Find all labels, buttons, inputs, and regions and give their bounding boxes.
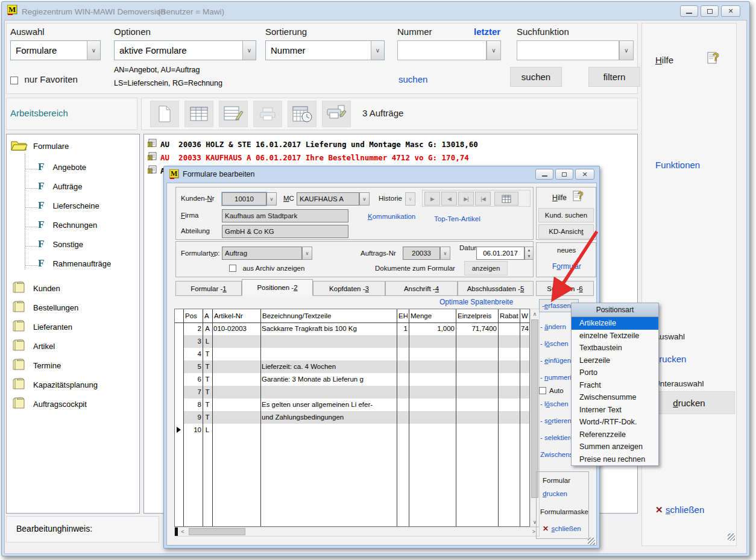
- auto-checkbox[interactable]: Auto: [539, 387, 564, 394]
- abteilung-field[interactable]: GmbH & Co KG: [222, 225, 348, 238]
- menu-item[interactable]: Preise neu rechnen: [572, 453, 658, 466]
- table-cell[interactable]: 8: [184, 398, 201, 411]
- firma-field[interactable]: Kaufhaus am Stadtpark: [222, 209, 348, 222]
- sortierung-select[interactable]: Nummer ∨: [265, 40, 385, 60]
- restore-button[interactable]: [701, 5, 719, 17]
- checkbox-icon[interactable]: [10, 77, 18, 84]
- suchfunktion-input[interactable]: [517, 40, 619, 60]
- table-cell[interactable]: T: [204, 348, 211, 360]
- tree-folder-4[interactable]: Termine: [11, 358, 61, 373]
- tab-1[interactable]: Positionen - 2: [242, 279, 313, 296]
- dialog-minimize-button[interactable]: [535, 169, 553, 180]
- action-link[interactable]: - löschen: [540, 340, 569, 347]
- spinner-down-icon[interactable]: ▼: [528, 254, 531, 258]
- mc-dropdown[interactable]: ∨: [359, 192, 370, 206]
- tree-folder-6[interactable]: Auftragscockpit: [11, 397, 87, 412]
- datum-field[interactable]: 06.01.2017: [476, 247, 524, 260]
- formulartyp-select[interactable]: Auftrag: [222, 247, 302, 260]
- tab-2[interactable]: Kopfdaten - 3: [313, 281, 385, 296]
- table-cell[interactable]: Sackkarre Tragkraft bis 100 Kg: [262, 322, 395, 335]
- menu-item[interactable]: Porto: [572, 367, 658, 379]
- nummer-dropdown-button[interactable]: ∨: [487, 40, 501, 60]
- menu-item[interactable]: Interner Text: [572, 404, 658, 417]
- tree-item-4[interactable]: FSonstige: [38, 238, 83, 250]
- menu-item[interactable]: Wortd-/RTF-Dok.: [572, 416, 658, 429]
- optionen-select[interactable]: aktive Formulare ∨: [114, 40, 256, 60]
- table-cell[interactable]: T: [204, 411, 211, 424]
- table-cell[interactable]: L: [204, 335, 211, 348]
- anzeigen-button[interactable]: anzeigen: [464, 261, 508, 275]
- table-cell[interactable]: A: [204, 322, 211, 335]
- hscroll-thumb[interactable]: [189, 528, 245, 535]
- mc-field[interactable]: KAUFHAUS A: [297, 192, 359, 206]
- new-document-button[interactable]: [150, 101, 179, 127]
- table-cell[interactable]: und Zahlungsbedingungen: [262, 411, 395, 424]
- suchfunktion-dropdown-button[interactable]: ∨: [619, 40, 634, 60]
- table-cell[interactable]: L: [204, 424, 211, 436]
- resize-grip[interactable]: [728, 533, 735, 541]
- auswahl-select[interactable]: Formulare ∨: [10, 40, 101, 60]
- nummer-input[interactable]: [397, 40, 487, 60]
- menu-item[interactable]: Leerzeile: [572, 354, 658, 367]
- tree-item-5[interactable]: FRahmenaufträge: [38, 257, 111, 269]
- chevron-down-icon[interactable]: ∨: [371, 41, 384, 60]
- nur-favoriten-checkbox[interactable]: nur Favoriten: [10, 74, 78, 87]
- table-cell[interactable]: 10: [184, 424, 201, 436]
- dialog-resize-grip[interactable]: [588, 538, 595, 545]
- last-record-button[interactable]: ▶|: [458, 192, 474, 206]
- menu-item[interactable]: Referenzzeile: [572, 429, 658, 441]
- drucken-link[interactable]: drucken: [654, 354, 686, 364]
- kund-suchen-button[interactable]: Kund. suchen: [538, 208, 594, 222]
- dialog-schliessen-link[interactable]: ✕ schließen: [543, 523, 581, 533]
- menu-item[interactable]: einzelne Textzeile: [572, 330, 658, 342]
- positions-table[interactable]: PosAArtikel-NrBezeichnung/TextzeileEHMen…: [174, 309, 530, 527]
- list-item[interactable]: AU 20036 HOLZ & STE 16.01.2017 Lieferung…: [148, 138, 478, 150]
- menu-item[interactable]: Fracht: [572, 379, 658, 392]
- table-cell[interactable]: T: [204, 373, 211, 386]
- nummer-suchen-link[interactable]: suchen: [398, 74, 427, 84]
- schliessen-button[interactable]: ✕ schließen: [655, 505, 704, 515]
- record-grid-button[interactable]: [494, 192, 518, 206]
- table-cell[interactable]: T: [204, 398, 211, 411]
- table-cell[interactable]: 7: [184, 386, 201, 398]
- print-setup-button[interactable]: [322, 101, 351, 127]
- action-link[interactable]: - ändern: [540, 323, 566, 330]
- close-button[interactable]: ✕: [721, 5, 740, 17]
- tree-folder-3[interactable]: Artikel: [11, 339, 55, 354]
- table-cell[interactable]: 6: [184, 373, 201, 386]
- dialog-help-icon[interactable]: ?: [573, 189, 586, 206]
- table-cell[interactable]: 5: [184, 360, 201, 373]
- archiv-checkbox[interactable]: aus Archiv anzeigen: [229, 263, 304, 274]
- tree-item-1[interactable]: FAufträge: [38, 180, 83, 192]
- funktionen-link[interactable]: Funktionen: [655, 160, 700, 170]
- calendar-button[interactable]: [288, 101, 317, 127]
- spinner-up-icon[interactable]: ▲: [528, 248, 531, 252]
- prev-record-button[interactable]: ◀: [441, 192, 457, 206]
- formulartyp-dropdown[interactable]: ∨: [302, 247, 312, 260]
- first-record-button[interactable]: |◀: [475, 192, 491, 206]
- menu-item[interactable]: Artikelzeile: [572, 317, 658, 330]
- tree-folder-1[interactable]: Bestellungen: [11, 300, 78, 315]
- print-button[interactable]: [253, 101, 282, 127]
- table-cell[interactable]: 3: [184, 335, 201, 348]
- scroll-left-icon[interactable]: <: [178, 527, 187, 536]
- tab-3[interactable]: Anschrift - 4: [385, 281, 458, 296]
- help-icon[interactable]: ?: [707, 50, 722, 68]
- table-cell[interactable]: 71,7400: [457, 322, 497, 335]
- table-hscrollbar[interactable]: < >: [174, 527, 540, 536]
- kunden-nr-field[interactable]: 10010: [222, 192, 266, 206]
- kommunikation-link[interactable]: Kommunikation: [368, 213, 415, 220]
- table-cell[interactable]: T: [204, 360, 211, 373]
- spaltenbreite-link[interactable]: Optimale Spaltenbreite: [439, 298, 513, 306]
- table-cell[interactable]: 9: [184, 411, 201, 424]
- datum-spinner[interactable]: ▲▼: [524, 247, 534, 260]
- checkbox-icon[interactable]: [229, 265, 236, 272]
- chevron-down-icon[interactable]: ∨: [87, 41, 100, 60]
- formular-drucken-link[interactable]: drucken: [543, 490, 567, 497]
- list-view-button[interactable]: [184, 101, 213, 127]
- table-cell[interactable]: 4: [184, 348, 201, 360]
- auftrags-nr-field[interactable]: 20033: [403, 247, 440, 260]
- hilfe-label[interactable]: Hilfe: [655, 55, 673, 65]
- checkbox-icon[interactable]: [539, 387, 546, 394]
- tab-4[interactable]: Abschlussdaten - 5: [458, 281, 534, 296]
